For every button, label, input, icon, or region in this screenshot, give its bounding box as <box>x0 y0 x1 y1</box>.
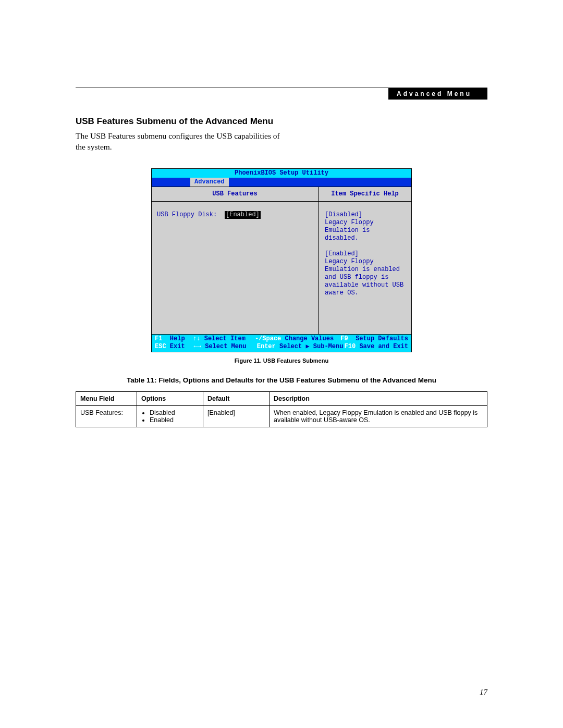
key-updown: ↑↓ <box>193 335 200 343</box>
bios-left-pane: USB Features USB Floppy Disk: [Enabled] <box>152 187 319 334</box>
th-menu-field: Menu Field <box>76 391 137 405</box>
bios-screen: PhoenixBIOS Setup Utility Advanced USB F… <box>151 168 412 352</box>
option-disabled: Disabled <box>150 409 199 416</box>
th-default: Default <box>203 391 270 405</box>
options-list: Disabled Enabled <box>141 409 199 424</box>
field-value[interactable]: [Enabled] <box>225 211 261 219</box>
key-leftright: ←→ <box>194 343 201 351</box>
footer-row-1: F1 Help ↑↓ Select Item -/Space Change Va… <box>155 335 408 343</box>
label-help: Help <box>170 335 185 343</box>
figure-caption: Figure 11. USB Features Submenu <box>76 357 487 364</box>
bios-menubar: Advanced <box>151 178 412 187</box>
footer-row-2: ESC Exit ←→ Select Menu Enter Select ▶ S… <box>155 343 408 351</box>
th-options: Options <box>137 391 203 405</box>
field-label: USB Floppy Disk: <box>157 211 225 219</box>
bios-footer: F1 Help ↑↓ Select Item -/Space Change Va… <box>151 335 412 352</box>
header-tag: Advanced Menu <box>388 88 487 100</box>
bios-help-text: [Disabled] Legacy Floppy Emulation is di… <box>319 202 411 297</box>
bios-body: USB Features USB Floppy Disk: [Enabled] … <box>151 187 412 335</box>
key-enter: Enter <box>257 343 276 351</box>
page: Advanced Menu USB Features Submenu of th… <box>0 0 563 728</box>
th-description: Description <box>270 391 487 405</box>
bios-left-content: USB Floppy Disk: [Enabled] <box>152 202 318 219</box>
cell-default: [Enabled] <box>203 405 270 427</box>
cell-description: When enabled, Legacy Floppy Emulation is… <box>270 405 487 427</box>
menubar-spacer <box>152 178 190 187</box>
cell-options: Disabled Enabled <box>137 405 203 427</box>
label-save-exit: Save and Exit <box>359 343 408 351</box>
key-f1: F1 <box>155 335 162 343</box>
cell-menu-field: USB Features: <box>76 405 137 427</box>
option-enabled: Enabled <box>150 416 199 424</box>
section-intro: The USB Features submenu configures the … <box>76 131 284 153</box>
content-area: USB Features Submenu of the Advanced Men… <box>76 116 487 427</box>
label-select-menu: Select Menu <box>205 343 246 351</box>
bios-tab-advanced[interactable]: Advanced <box>190 178 229 187</box>
key-f10: F10 <box>345 343 356 351</box>
bios-left-title: USB Features <box>152 187 318 202</box>
table-row: USB Features: Disabled Enabled [Enabled]… <box>76 405 487 427</box>
label-select-submenu: Select ▶ Sub-Menu <box>279 343 343 351</box>
page-number: 17 <box>480 688 487 697</box>
section-title: USB Features Submenu of the Advanced Men… <box>76 116 487 127</box>
key-space: -/Space <box>255 335 281 343</box>
table-header-row: Menu Field Options Default Description <box>76 391 487 405</box>
label-select-item: Select Item <box>204 335 246 343</box>
bios-title: PhoenixBIOS Setup Utility <box>151 168 412 178</box>
table-caption: Table 11: Fields, Options and Defaults f… <box>76 376 487 384</box>
label-change-values: Change Values <box>285 335 334 343</box>
label-setup-defaults: Setup Defaults <box>356 335 408 343</box>
fields-table: Menu Field Options Default Description U… <box>76 391 487 427</box>
label-exit: Exit <box>170 343 185 351</box>
bios-right-title: Item Specific Help <box>319 187 411 202</box>
key-f9: F9 <box>340 335 348 343</box>
key-esc: ESC <box>155 343 166 351</box>
field-row: USB Floppy Disk: [Enabled] <box>157 211 313 219</box>
bios-right-pane: Item Specific Help [Disabled] Legacy Flo… <box>319 187 411 334</box>
